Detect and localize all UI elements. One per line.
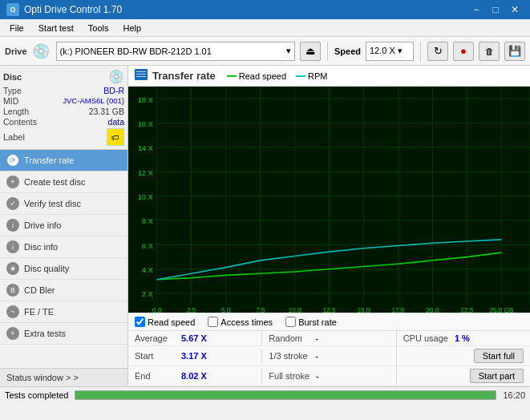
- stat-average: Average 5.67 X: [128, 331, 261, 345]
- stats-row-2: Start 3.17 X 1/3 stroke - Start full: [128, 346, 530, 366]
- nav-create-test-disc[interactable]: + Create test disc: [0, 172, 127, 193]
- app-title: Opti Drive Control 1.70: [24, 4, 122, 15]
- chart-svg: 18 X 16 X 14 X 12 X 10 X 8 X 6 X 4 X 2 X…: [128, 87, 530, 313]
- chart-title: Transfer rate: [152, 70, 216, 82]
- read-speed-control-label: Read speed: [148, 317, 195, 327]
- svg-text:5.0: 5.0: [221, 306, 231, 313]
- disc-length-row: Length 23.31 GB: [3, 107, 124, 116]
- legend-read-speed-label: Read speed: [239, 71, 286, 81]
- nav-verify-test-disc-label: Verify test disc: [24, 199, 81, 208]
- nav-verify-test-disc[interactable]: ✓ Verify test disc: [0, 193, 127, 215]
- svg-text:20.0: 20.0: [426, 306, 439, 313]
- nav-disc-info-label: Disc info: [24, 242, 58, 252]
- nav-drive-info-label: Drive info: [24, 220, 61, 230]
- read-speed-checkbox[interactable]: [135, 317, 145, 327]
- nav-fe-te-icon: ~: [6, 305, 19, 318]
- status-text: Tests completed: [5, 390, 68, 400]
- nav-cd-bler[interactable]: B CD Bler: [0, 280, 127, 301]
- disc-header: Disc 💿: [3, 69, 124, 84]
- stats-area: Average 5.67 X Random - CPU usage 1 % St…: [128, 330, 530, 386]
- start-full-button[interactable]: Start full: [474, 349, 524, 363]
- stat-average-label: Average: [135, 333, 175, 343]
- maximize-button[interactable]: □: [487, 2, 504, 17]
- disc-label-icon: 🏷: [107, 128, 124, 146]
- eject-button[interactable]: ⏏: [300, 42, 321, 61]
- stat-cpu-label: CPU usage: [403, 333, 448, 343]
- legend-rpm: RPM: [296, 71, 327, 81]
- stat-stroke13: 1/3 stroke -: [261, 349, 395, 363]
- stats-row-3: End 8.02 X Full stroke - Start part: [128, 366, 530, 386]
- control-access-times: Access times: [208, 317, 273, 327]
- legend-read-speed-color: [227, 75, 237, 77]
- nav-disc-quality-icon: ★: [6, 262, 19, 275]
- nav-drive-info[interactable]: i Drive info: [0, 215, 127, 236]
- menu-tools[interactable]: Tools: [82, 22, 115, 34]
- disc-type-label: Type: [3, 86, 22, 95]
- menu-bar: File Start test Tools Help: [0, 19, 530, 37]
- status-window-button[interactable]: Status window > >: [0, 368, 127, 386]
- progress-bar-container: [75, 390, 496, 400]
- stat-end-value: 8.02 X: [181, 371, 207, 381]
- start-part-button[interactable]: Start part: [470, 369, 524, 383]
- svg-text:12.5: 12.5: [323, 306, 336, 313]
- nav-verify-test-disc-icon: ✓: [6, 197, 19, 210]
- nav-disc-info[interactable]: i Disc info: [0, 236, 127, 258]
- stats-row-1: Average 5.67 X Random - CPU usage 1 %: [128, 331, 530, 346]
- speed-select[interactable]: 12.0 X ▾: [366, 42, 414, 61]
- left-panel: Disc 💿 Type BD-R MID JVC-AMS6L (001) Len…: [0, 66, 128, 386]
- legend-read-speed: Read speed: [227, 71, 286, 81]
- disc-section-title: Disc: [3, 72, 22, 82]
- stat-full-stroke: Full stroke -: [261, 369, 395, 383]
- menu-start-test[interactable]: Start test: [32, 22, 80, 34]
- svg-rect-2: [136, 74, 146, 75]
- disc-button[interactable]: ●: [453, 42, 474, 61]
- stat-average-value: 5.67 X: [181, 333, 207, 343]
- save-button[interactable]: 💾: [504, 42, 525, 61]
- svg-text:6 X: 6 X: [142, 240, 153, 249]
- menu-help[interactable]: Help: [116, 22, 148, 34]
- status-time: 16:20: [503, 390, 525, 400]
- chart-header: Transfer rate Read speed RPM: [128, 66, 530, 87]
- nav-extra-tests-icon: +: [6, 327, 19, 340]
- refresh-button[interactable]: ↻: [427, 42, 448, 61]
- disc-contents-label: Contents: [3, 117, 37, 127]
- nav-transfer-rate[interactable]: ⟳ Transfer rate: [0, 150, 127, 172]
- menu-file[interactable]: File: [3, 22, 30, 34]
- svg-text:17.5: 17.5: [391, 306, 404, 313]
- stat-end: End 8.02 X: [128, 369, 261, 383]
- main-layout: Disc 💿 Type BD-R MID JVC-AMS6L (001) Len…: [0, 66, 530, 386]
- chart-controls: Read speed Access times Burst rate: [128, 313, 530, 330]
- drive-select-value: (k:) PIONEER BD-RW BDR-212D 1.01: [60, 46, 212, 56]
- svg-text:12 X: 12 X: [138, 168, 154, 176]
- erase-button[interactable]: 🗑: [479, 42, 500, 61]
- nav-disc-quality[interactable]: ★ Disc quality: [0, 258, 127, 280]
- nav-extra-tests-label: Extra tests: [24, 329, 66, 338]
- stat-random-label: Random: [269, 333, 309, 343]
- status-window-label: Status window > >: [6, 373, 79, 382]
- disc-type-row: Type BD-R: [3, 86, 124, 95]
- drive-select[interactable]: (k:) PIONEER BD-RW BDR-212D 1.01 ▾: [56, 42, 295, 61]
- nav-extra-tests[interactable]: + Extra tests: [0, 323, 127, 345]
- svg-text:8 X: 8 X: [142, 216, 153, 225]
- close-button[interactable]: ✕: [506, 2, 524, 17]
- svg-text:10.0: 10.0: [289, 306, 301, 313]
- nav-fe-te[interactable]: ~ FE / TE: [0, 301, 127, 323]
- disc-label-row: Label 🏷: [3, 128, 124, 146]
- nav-transfer-rate-label: Transfer rate: [24, 155, 75, 165]
- drive-label: Drive: [5, 46, 27, 56]
- stat-start-full-group: Start full: [396, 346, 530, 365]
- svg-text:22.5: 22.5: [460, 306, 473, 313]
- access-times-checkbox[interactable]: [208, 317, 218, 327]
- chart-legend: Read speed RPM: [227, 71, 328, 81]
- stat-stroke13-value: -: [315, 351, 318, 361]
- disc-section: Disc 💿 Type BD-R MID JVC-AMS6L (001) Len…: [0, 66, 127, 150]
- svg-text:2.5: 2.5: [187, 306, 196, 313]
- stat-start-label: Start: [135, 351, 175, 361]
- disc-length-label: Length: [3, 107, 29, 116]
- svg-text:7.5: 7.5: [256, 306, 265, 313]
- svg-rect-3: [136, 76, 146, 77]
- disc-section-icon: 💿: [108, 69, 124, 84]
- svg-text:14 X: 14 X: [138, 143, 154, 152]
- burst-rate-checkbox[interactable]: [285, 317, 296, 327]
- minimize-button[interactable]: −: [467, 2, 485, 17]
